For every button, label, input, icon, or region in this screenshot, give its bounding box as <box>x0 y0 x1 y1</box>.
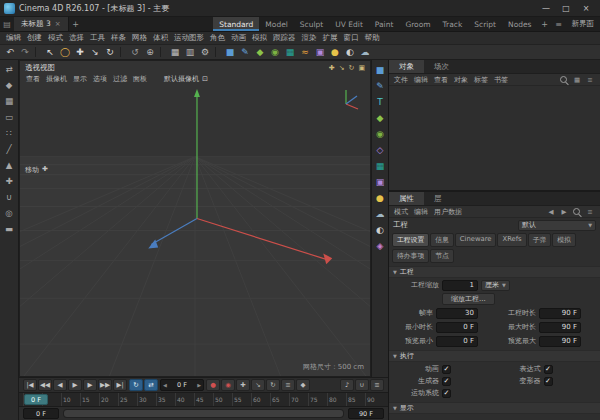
check-generators-checkbox[interactable]: ✓ <box>442 377 451 386</box>
menu-render[interactable]: 渲染 <box>299 33 320 43</box>
settings-tab-xrefs[interactable]: XRefs <box>497 233 526 247</box>
toolbar-undo-icon[interactable]: ↶ <box>3 46 17 59</box>
create-spline-pen-icon[interactable]: ✎ <box>373 80 387 92</box>
camera-hud[interactable]: 默认摄像机 ⊡ <box>164 74 208 84</box>
scale-project-button[interactable]: 缩放工程... <box>442 293 495 305</box>
viewport[interactable]: 透视视图 ✚↘↻▣ 查看摄像机显示选项过滤面板 默认摄像机 ⊡ 移动 ✚ <box>19 60 371 377</box>
menu-help[interactable]: 帮助 <box>362 33 383 43</box>
transport-play[interactable]: ▶ <box>68 379 82 391</box>
toggle-play-mode[interactable]: ⇄ <box>144 379 158 391</box>
menu-simulate[interactable]: 模拟 <box>249 33 270 43</box>
viewport-rotate-view-icon[interactable]: ↻ <box>349 64 355 72</box>
tab-close-icon[interactable]: × <box>55 20 61 28</box>
check-expressions-checkbox[interactable]: ✓ <box>544 365 553 374</box>
transport-goto-start[interactable]: |◀ <box>23 379 37 391</box>
layout-tab-nodes[interactable]: Nodes <box>502 17 537 31</box>
transport-right-options-icon[interactable]: ≡ <box>370 379 384 391</box>
attributes-tab-attributes[interactable]: 属性 <box>389 192 424 205</box>
layout-menu-icon[interactable]: ≡ <box>552 17 566 31</box>
toolbar-rotate-tool-icon[interactable]: ↻ <box>103 46 117 59</box>
transport-prev-key[interactable]: ◀◀ <box>38 379 52 391</box>
check-animation-checkbox[interactable]: ✓ <box>442 365 451 374</box>
layout-tab-script[interactable]: Script <box>468 17 502 31</box>
preset-dropdown[interactable]: 默认 ▼ <box>518 220 596 231</box>
viewport-title[interactable]: 透视视图 <box>25 63 55 73</box>
create-add-field-icon[interactable]: ◉ <box>373 128 387 140</box>
project-group-header[interactable]: ▼ 工程 <box>389 266 600 278</box>
toolbar-move-tool-icon[interactable]: ✚ <box>73 46 87 59</box>
tool-points-mode-icon[interactable]: ∷ <box>2 127 16 139</box>
preview-min-field[interactable]: 0 F <box>436 336 478 347</box>
menu-spline[interactable]: 样条 <box>108 33 129 43</box>
objects-menu-file[interactable]: 文件 <box>391 75 411 85</box>
settings-tab-info[interactable]: 信息 <box>430 233 454 247</box>
viewport-menu-view[interactable]: 查看 <box>23 75 43 83</box>
viewport-zoom-view-icon[interactable]: ↘ <box>339 64 345 72</box>
create-add-deformer-icon[interactable]: ◇ <box>373 144 387 156</box>
timeline-scrollbar[interactable] <box>63 409 344 418</box>
viewport-menu-camera[interactable]: 摄像机 <box>43 75 70 83</box>
create-add-material-icon[interactable]: ◐ <box>373 224 387 236</box>
menu-mesh[interactable]: 网格 <box>129 33 150 43</box>
tool-workplane-lock-icon[interactable]: ▬ <box>2 223 16 235</box>
objects-tab-takes[interactable]: 场次 <box>424 60 459 73</box>
transport-right-snap-icon[interactable]: ∪ <box>355 379 369 391</box>
record-record-scale[interactable]: ↘ <box>251 379 265 391</box>
range-start-field[interactable]: 0 F <box>23 408 59 419</box>
record-record-position[interactable]: ✚ <box>236 379 250 391</box>
tool-edges-mode-icon[interactable]: ╱ <box>2 143 16 155</box>
settings-tab-bullet[interactable]: 子弹 <box>528 233 552 247</box>
record-autokey[interactable]: ◉ <box>221 379 235 391</box>
create-add-light-icon[interactable]: ● <box>373 192 387 204</box>
viewport-menu-display[interactable]: 显示 <box>70 75 90 83</box>
layout-tab-sculpt[interactable]: Sculpt <box>294 17 329 31</box>
attributes-menu-edit[interactable]: 编辑 <box>411 207 431 217</box>
duration-field[interactable]: 90 F <box>539 308 581 319</box>
objects-menu-view[interactable]: 查看 <box>431 75 451 85</box>
layout-tab-standard[interactable]: Standard <box>213 17 259 31</box>
tool-enable-axis-icon[interactable]: ✚ <box>2 175 16 187</box>
toolbar-spline-pen-icon[interactable]: ✎ <box>238 46 252 59</box>
toolbar-select-arrow-icon[interactable]: ↖ <box>43 46 57 59</box>
objects-menu-bookmarks[interactable]: 书签 <box>491 75 511 85</box>
search-icon[interactable] <box>559 75 569 85</box>
objects-menu-tags[interactable]: 标签 <box>471 75 491 85</box>
attributes-menu-icon[interactable]: ≡ <box>585 207 595 217</box>
current-frame-field[interactable]: ◀ 0 F ▶ <box>160 379 204 391</box>
tool-model-mode-icon[interactable]: ◆ <box>2 79 16 91</box>
layout-tab-model[interactable]: Model <box>259 17 294 31</box>
frame-step-down-icon[interactable]: ◀ <box>163 382 167 388</box>
toolbar-scale-tool-icon[interactable]: ↘ <box>88 46 102 59</box>
scrollbar-thumb[interactable] <box>64 410 343 417</box>
menu-create[interactable]: 创建 <box>24 33 45 43</box>
menu-animate[interactable]: 动画 <box>228 33 249 43</box>
panel-menu-icon[interactable]: ≡ <box>585 75 595 85</box>
viewport-menu-options[interactable]: 选项 <box>90 75 110 83</box>
tool-polygons-mode-icon[interactable]: ▲ <box>2 159 16 171</box>
timeline-scrubber[interactable]: 0 F <box>24 394 48 405</box>
tool-make-editable-icon[interactable]: ⇄ <box>2 63 16 75</box>
menu-mode[interactable]: 模式 <box>45 33 66 43</box>
toolbar-field-icon[interactable]: ◉ <box>268 46 282 59</box>
toolbar-environment-icon[interactable]: ☁ <box>358 46 372 59</box>
unit-dropdown[interactable]: 厘米 ▼ <box>481 280 510 291</box>
filter-icon[interactable]: ▦ <box>572 75 582 85</box>
toolbar-render-view-icon[interactable]: ▦ <box>168 46 182 59</box>
settings-tab-nodes[interactable]: 节点 <box>430 249 454 263</box>
settings-tab-simulation[interactable]: 模拟 <box>552 233 576 247</box>
menu-extensions[interactable]: 扩展 <box>320 33 341 43</box>
tool-workplane-mode-icon[interactable]: ▭ <box>2 111 16 123</box>
check-motion-system-checkbox[interactable]: ✓ <box>442 389 451 398</box>
layout-tab-track[interactable]: Track <box>437 17 469 31</box>
create-add-cube-icon[interactable]: ■ <box>373 64 387 76</box>
settings-tab-todo[interactable]: 待办事项 <box>392 249 429 263</box>
toolbar-camera-icon[interactable]: ▣ <box>313 46 327 59</box>
create-add-cloner-icon[interactable]: ◆ <box>373 112 387 124</box>
maximize-button[interactable]: □ <box>556 0 576 16</box>
record-record-rotation[interactable]: ↻ <box>266 379 280 391</box>
transport-prev-frame[interactable]: ◀ <box>53 379 67 391</box>
new-interface-button[interactable]: 新界面 <box>566 17 600 31</box>
settings-tab-project-settings[interactable]: 工程设置 <box>392 233 429 247</box>
toolbar-add-cube-icon[interactable]: ■ <box>223 46 237 59</box>
attributes-search-icon[interactable] <box>572 207 582 217</box>
